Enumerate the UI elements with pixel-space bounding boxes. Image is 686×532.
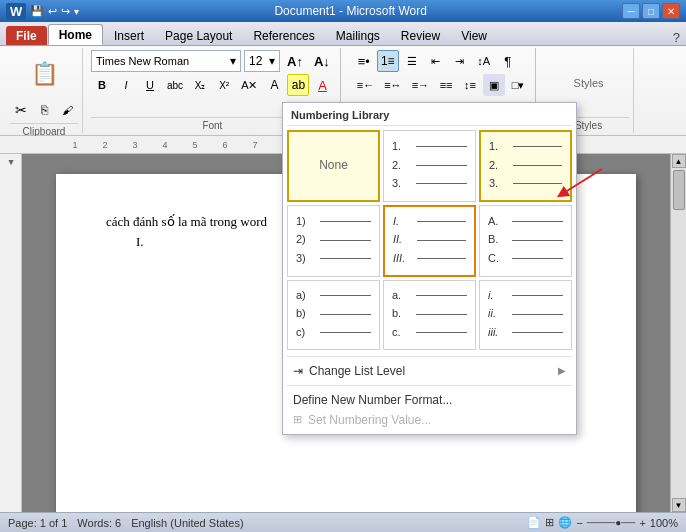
title-bar: W 💾 ↩ ↪ ▾ Document1 - Microsoft Word ─ □… bbox=[0, 0, 686, 22]
tab-review[interactable]: Review bbox=[391, 26, 450, 45]
numbering-grid: None 1. 2. 3. 1. 2. 3. bbox=[287, 130, 572, 350]
zoom-in-button[interactable]: + bbox=[639, 517, 645, 529]
border-button[interactable]: □▾ bbox=[507, 74, 529, 96]
font-color-button[interactable]: A bbox=[311, 74, 333, 96]
strikethrough-button[interactable]: abc bbox=[163, 74, 187, 96]
page-info: Page: 1 of 1 bbox=[8, 517, 67, 529]
sidebar-left: ▲ bbox=[0, 154, 22, 512]
scroll-thumb[interactable] bbox=[673, 170, 685, 210]
tab-references[interactable]: References bbox=[243, 26, 324, 45]
show-marks-button[interactable]: ¶ bbox=[497, 50, 519, 72]
font-size-selector[interactable]: 12 ▾ bbox=[244, 50, 280, 72]
ribbon-help-icon[interactable]: ? bbox=[673, 30, 680, 45]
quick-access-redo[interactable]: ↪ bbox=[61, 5, 70, 18]
change-level-icon: ⇥ bbox=[293, 364, 303, 378]
none-label: None bbox=[319, 156, 348, 175]
view-fullscreen-button[interactable]: ⊞ bbox=[545, 516, 554, 529]
font-family-dropdown-arrow: ▾ bbox=[230, 54, 236, 68]
change-list-level-item[interactable]: ⇥ Change List Level ▶ bbox=[287, 361, 572, 381]
bold-button[interactable]: B bbox=[91, 74, 113, 96]
highlight-button[interactable]: ab bbox=[287, 74, 309, 96]
superscript-button[interactable]: X² bbox=[213, 74, 235, 96]
view-print-button[interactable]: 📄 bbox=[527, 516, 541, 529]
numbering-alpha-upper[interactable]: A. B. C. bbox=[479, 205, 572, 277]
change-level-label: Change List Level bbox=[309, 364, 405, 378]
tab-mailings[interactable]: Mailings bbox=[326, 26, 390, 45]
numbering-button[interactable]: 1≡ bbox=[377, 50, 399, 72]
numbering-roman-upper[interactable]: I. II. III. bbox=[383, 205, 476, 277]
window-title: Document1 - Microsoft Word bbox=[79, 4, 622, 18]
align-left-button[interactable]: ≡← bbox=[353, 74, 378, 96]
underline-button[interactable]: U bbox=[139, 74, 161, 96]
scroll-down-arrow[interactable]: ▼ bbox=[672, 498, 686, 512]
numbering-alpha-lower-paren[interactable]: a) b) c) bbox=[287, 280, 380, 350]
zoom-out-button[interactable]: − bbox=[576, 517, 582, 529]
zoom-slider[interactable]: ────●── bbox=[587, 517, 636, 528]
tab-insert[interactable]: Insert bbox=[104, 26, 154, 45]
clear-format-button[interactable]: A✕ bbox=[237, 74, 261, 96]
status-bar: Page: 1 of 1 Words: 6 English (United St… bbox=[0, 512, 686, 532]
tab-page-layout[interactable]: Page Layout bbox=[155, 26, 242, 45]
maximize-button[interactable]: □ bbox=[642, 3, 660, 19]
increase-font-button[interactable]: A↑ bbox=[283, 50, 307, 72]
clipboard-label: Clipboard bbox=[10, 123, 78, 137]
tab-view[interactable]: View bbox=[451, 26, 497, 45]
ribbon-tabs: File Home Insert Page Layout References … bbox=[0, 22, 686, 46]
subscript-button[interactable]: X₂ bbox=[189, 74, 211, 96]
font-size-dropdown-arrow: ▾ bbox=[269, 54, 275, 68]
font-size-value: 12 bbox=[249, 54, 262, 68]
paste-button[interactable]: 📋 bbox=[10, 50, 78, 98]
font-family-value: Times New Roman bbox=[96, 55, 189, 67]
dropdown-divider-2 bbox=[287, 385, 572, 386]
numbering-123-active[interactable]: 1. 2. 3. bbox=[479, 130, 572, 202]
align-right-button[interactable]: ≡→ bbox=[408, 74, 433, 96]
numbering-none[interactable]: None bbox=[287, 130, 380, 202]
decrease-indent-button[interactable]: ⇤ bbox=[425, 50, 447, 72]
clipboard-group: 📋 ✂ ⎘ 🖌 Clipboard bbox=[6, 48, 83, 133]
numbering-123-lines[interactable]: 1. 2. 3. bbox=[383, 130, 476, 202]
dropdown-title: Numbering Library bbox=[287, 107, 572, 126]
ribbon: 📋 ✂ ⎘ 🖌 Clipboard Times New Roman ▾ 12 ▾ bbox=[0, 46, 686, 136]
tab-home[interactable]: Home bbox=[48, 24, 103, 45]
svg-line-0 bbox=[562, 169, 602, 194]
line-spacing-button[interactable]: ↕≡ bbox=[459, 74, 481, 96]
font-family-selector[interactable]: Times New Roman ▾ bbox=[91, 50, 241, 72]
set-value-label: Set Numbering Value... bbox=[308, 413, 431, 427]
quick-access-save[interactable]: 💾 bbox=[30, 5, 44, 18]
dropdown-divider-1 bbox=[287, 356, 572, 357]
view-web-button[interactable]: 🌐 bbox=[558, 516, 572, 529]
text-color-button[interactable]: A bbox=[263, 74, 285, 96]
change-level-arrow: ▶ bbox=[558, 365, 566, 376]
define-format-item[interactable]: Define New Number Format... bbox=[287, 390, 572, 410]
numbering-roman-lower[interactable]: i. ii. iii. bbox=[479, 280, 572, 350]
format-painter-button[interactable]: 🖌 bbox=[56, 99, 78, 121]
italic-button[interactable]: I bbox=[115, 74, 137, 96]
copy-button[interactable]: ⎘ bbox=[33, 99, 55, 121]
zoom-level: 100% bbox=[650, 517, 678, 529]
word-count: Words: 6 bbox=[77, 517, 121, 529]
decrease-font-button[interactable]: A↓ bbox=[310, 50, 334, 72]
tab-file[interactable]: File bbox=[6, 26, 47, 45]
scrollbar-right[interactable]: ▲ ▼ bbox=[670, 154, 686, 512]
set-value-icon: ⊞ bbox=[293, 413, 302, 426]
increase-indent-button[interactable]: ⇥ bbox=[449, 50, 471, 72]
word-icon: W bbox=[6, 3, 26, 20]
scroll-up-arrow[interactable]: ▲ bbox=[672, 154, 686, 168]
justify-button[interactable]: ≡≡ bbox=[435, 74, 457, 96]
numbering-alpha-lower-dot[interactable]: a. b. c. bbox=[383, 280, 476, 350]
set-value-item[interactable]: ⊞ Set Numbering Value... bbox=[287, 410, 572, 430]
multilevel-list-button[interactable]: ☰ bbox=[401, 50, 423, 72]
close-button[interactable]: ✕ bbox=[662, 3, 680, 19]
align-center-button[interactable]: ≡↔ bbox=[380, 74, 405, 96]
window-controls: ─ □ ✕ bbox=[622, 3, 680, 19]
quick-access-undo[interactable]: ↩ bbox=[48, 5, 57, 18]
title-bar-left: W 💾 ↩ ↪ ▾ bbox=[6, 3, 79, 20]
numbering-1paren[interactable]: 1) 2) 3) bbox=[287, 205, 380, 277]
numbering-dropdown: Numbering Library None 1. 2. 3. 1. 2. 3. bbox=[282, 102, 577, 435]
bullet-list-button[interactable]: ≡• bbox=[353, 50, 375, 72]
shading-button[interactable]: ▣ bbox=[483, 74, 505, 96]
cut-button[interactable]: ✂ bbox=[10, 99, 32, 121]
define-format-label: Define New Number Format... bbox=[293, 393, 452, 407]
minimize-button[interactable]: ─ bbox=[622, 3, 640, 19]
sort-button[interactable]: ↕A bbox=[473, 50, 495, 72]
